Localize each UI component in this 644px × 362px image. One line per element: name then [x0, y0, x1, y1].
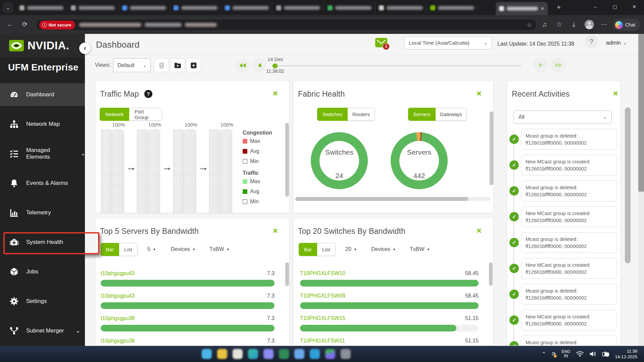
- panel-hscroll-thumb[interactable]: [295, 197, 468, 201]
- traffic-bar[interactable]: [113, 130, 123, 213]
- tray-expand-icon[interactable]: ⌃: [542, 351, 546, 357]
- refresh-icon[interactable]: ⟳: [20, 20, 30, 29]
- tab-list[interactable]: List: [317, 243, 336, 256]
- bw-row-label[interactable]: T10PHGXLFSW10: [300, 270, 345, 276]
- sidebar-item-jobs[interactable]: Jobs: [0, 260, 85, 283]
- sync-icon[interactable]: ⟳: [552, 351, 556, 357]
- wifi-icon[interactable]: [576, 351, 584, 357]
- tab-switches[interactable]: Switches: [317, 108, 348, 121]
- tab-network[interactable]: Network: [100, 108, 129, 121]
- favorites-icon[interactable]: ☆: [554, 20, 564, 29]
- onedrive-photos-icon[interactable]: [602, 351, 609, 357]
- tab-routers[interactable]: Routers: [348, 108, 375, 121]
- activity-item[interactable]: ✓ Mcast group is deleted: ff12601bffff00…: [507, 284, 621, 305]
- volume-icon[interactable]: [589, 351, 596, 357]
- taskbar-app-icon[interactable]: [341, 349, 351, 359]
- language-indicator[interactable]: ENGIN: [561, 350, 570, 358]
- type-dropdown[interactable]: Devices ▾: [371, 246, 395, 252]
- count-dropdown[interactable]: 20 ▾: [345, 246, 356, 252]
- taskbar-app-icon[interactable]: [325, 349, 335, 359]
- browser-tab[interactable]: [170, 2, 221, 13]
- tab-bar[interactable]: Bar: [299, 243, 317, 256]
- panel-scrollbar[interactable]: [285, 123, 289, 197]
- activity-item[interactable]: ✓ New MCast group is created: ff12601bff…: [507, 155, 621, 175]
- tab-close-icon[interactable]: ✕: [541, 6, 544, 11]
- copilot-chat-button[interactable]: Chat: [613, 19, 640, 31]
- taskbar-app-icon[interactable]: [263, 349, 274, 359]
- browser-tab-active[interactable]: ✕: [496, 2, 548, 15]
- user-menu[interactable]: admin ⌄: [606, 40, 627, 46]
- window-close-button[interactable]: ✕: [625, 0, 644, 13]
- taskbar-app-icon[interactable]: [294, 349, 304, 359]
- close-panel-icon[interactable]: ✕: [476, 227, 482, 235]
- traffic-bar[interactable]: [209, 130, 219, 213]
- bw-row-label[interactable]: T10PHGXLFSW15: [300, 315, 345, 321]
- bookmark-star-icon[interactable]: ☆: [527, 21, 532, 29]
- activity-item[interactable]: ✓ New MCast group is created: ff12601bff…: [507, 258, 621, 279]
- activity-item[interactable]: ✓ Mcast group is deleted: ff12601bffff00…: [507, 129, 621, 150]
- activity-item[interactable]: ✓ New MCast group is created: ff12601bff…: [507, 206, 621, 227]
- add-widget-button[interactable]: [186, 58, 201, 72]
- profile-avatar[interactable]: [585, 20, 594, 29]
- taskbar-app-icon[interactable]: [217, 349, 227, 359]
- save-view-button[interactable]: [170, 58, 185, 72]
- browser-scrollbar-thumb[interactable]: [638, 34, 644, 192]
- timezone-select[interactable]: Local Time (Asia/Calcutta) ⌄: [404, 37, 492, 49]
- traffic-bar[interactable]: [221, 130, 231, 213]
- bw-row-label[interactable]: t10phgxgpu43: [101, 293, 135, 299]
- views-select[interactable]: Default ⌄: [113, 58, 151, 72]
- tab-servers[interactable]: Servers: [408, 108, 436, 121]
- media-icon[interactable]: ♫: [540, 20, 549, 29]
- panel-scrollbar[interactable]: [285, 262, 289, 286]
- traffic-bar[interactable]: [185, 130, 195, 213]
- bw-row-label[interactable]: T10PHGXLFSW11: [300, 338, 345, 344]
- sidebar-item-network-map[interactable]: Network Map: [0, 113, 85, 136]
- taskbar-app-icon[interactable]: [310, 349, 320, 359]
- tab-gateways[interactable]: Gateways: [436, 108, 466, 121]
- tab-port-group[interactable]: Port Group: [129, 108, 162, 121]
- close-panel-icon[interactable]: ✕: [273, 90, 278, 98]
- sidebar-item-managed-elements[interactable]: Managed Elements ⌄: [0, 142, 85, 165]
- bw-row-label[interactable]: t10phgxgpu38: [101, 315, 135, 321]
- sidebar-item-settings[interactable]: Settings: [0, 290, 85, 313]
- timeline-forward-button[interactable]: [551, 57, 566, 73]
- not-secure-badge[interactable]: ! Not secure: [39, 20, 75, 30]
- browser-tab[interactable]: [273, 2, 324, 13]
- activity-item[interactable]: ✓ Mcast group is deleted: ff12601bffff00…: [507, 180, 621, 201]
- tab-search-chevron-icon[interactable]: ⌄: [3, 3, 13, 13]
- timeline-slider-handle[interactable]: [273, 63, 278, 68]
- browser-tab[interactable]: [16, 2, 67, 13]
- sidebar-item-events-alarms[interactable]: Events & Alarms: [0, 172, 85, 195]
- browser-tab[interactable]: [427, 2, 478, 13]
- taskbar-app-icon[interactable]: [202, 349, 212, 359]
- bw-row-label[interactable]: T10PHGXLFSW09: [300, 293, 345, 299]
- legend-item[interactable]: Max: [243, 178, 260, 185]
- browser-tab[interactable]: [67, 2, 118, 13]
- back-icon[interactable]: ←: [5, 20, 15, 29]
- bw-row-label[interactable]: t10phgxgpu43: [101, 270, 135, 276]
- browser-tab[interactable]: [119, 2, 170, 13]
- count-dropdown[interactable]: 5 ▾: [147, 246, 155, 252]
- delete-view-button[interactable]: [154, 58, 169, 72]
- activity-item[interactable]: ✓ Mcast group is deleted: ff12601bffff00…: [507, 232, 621, 253]
- sidebar-item-subnet-merger[interactable]: Subnet Merger ⌄: [0, 319, 85, 342]
- browser-tab[interactable]: [324, 2, 375, 13]
- traffic-bar[interactable]: [149, 130, 159, 213]
- servers-donut-chart[interactable]: Servers 442: [391, 132, 448, 189]
- panel-scrollbar[interactable]: [490, 111, 493, 185]
- traffic-bar[interactable]: [101, 130, 111, 213]
- taskbar-app-icon[interactable]: [233, 349, 243, 359]
- sidebar-item-dashboard[interactable]: Dashboard: [0, 83, 85, 106]
- close-panel-icon[interactable]: ✕: [476, 90, 482, 98]
- window-minimize-button[interactable]: –: [586, 0, 605, 13]
- metric-dropdown[interactable]: TxBW ▾: [209, 246, 229, 252]
- messages-button[interactable]: 1: [375, 38, 389, 48]
- taskbar-clock[interactable]: 11:3814-12-2025: [615, 348, 638, 360]
- legend-item[interactable]: Min: [243, 158, 259, 164]
- url-bar[interactable]: ! Not secure ☆: [36, 19, 537, 31]
- timeline-play-button[interactable]: [533, 57, 548, 73]
- more-menu-icon[interactable]: ⋯: [599, 20, 609, 29]
- taskbar-app-icon[interactable]: [248, 349, 258, 359]
- type-dropdown[interactable]: Devices ▾: [171, 246, 195, 252]
- traffic-bar[interactable]: [173, 130, 183, 213]
